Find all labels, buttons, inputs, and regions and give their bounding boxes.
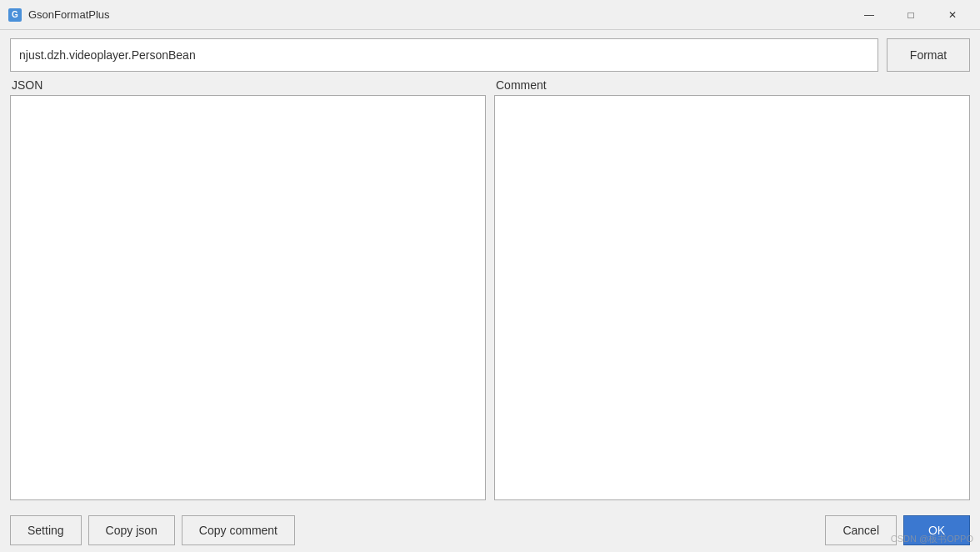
- comment-label: Comment: [494, 78, 970, 92]
- main-content: Format JSON Comment: [0, 30, 980, 509]
- cancel-button[interactable]: Cancel: [825, 515, 897, 545]
- maximize-button[interactable]: □: [892, 5, 930, 25]
- top-row: Format: [10, 38, 970, 72]
- ok-button[interactable]: OK: [903, 515, 970, 545]
- bottom-bar: Setting Copy json Copy comment Cancel OK: [0, 509, 980, 552]
- setting-button[interactable]: Setting: [10, 515, 82, 545]
- panels-row: JSON Comment: [10, 78, 970, 500]
- app-icon: G: [8, 8, 22, 22]
- bottom-right-buttons: Cancel OK: [825, 515, 970, 545]
- copy-comment-button[interactable]: Copy comment: [182, 515, 295, 545]
- close-button[interactable]: ✕: [933, 5, 972, 25]
- window-title: GsonFormatPlus: [28, 8, 110, 21]
- title-bar: G GsonFormatPlus — □ ✕: [0, 0, 980, 30]
- json-panel: JSON: [10, 78, 486, 500]
- json-label: JSON: [10, 78, 486, 92]
- minimize-button[interactable]: —: [850, 5, 888, 25]
- copy-json-button[interactable]: Copy json: [88, 515, 175, 545]
- class-name-input[interactable]: [10, 38, 878, 72]
- bottom-left-buttons: Setting Copy json Copy comment: [10, 515, 295, 545]
- comment-textarea[interactable]: [494, 95, 970, 500]
- format-button[interactable]: Format: [887, 38, 970, 72]
- json-textarea[interactable]: [10, 95, 486, 500]
- window-controls: — □ ✕: [850, 5, 972, 25]
- comment-panel: Comment: [494, 78, 970, 500]
- title-bar-left: G GsonFormatPlus: [8, 8, 110, 22]
